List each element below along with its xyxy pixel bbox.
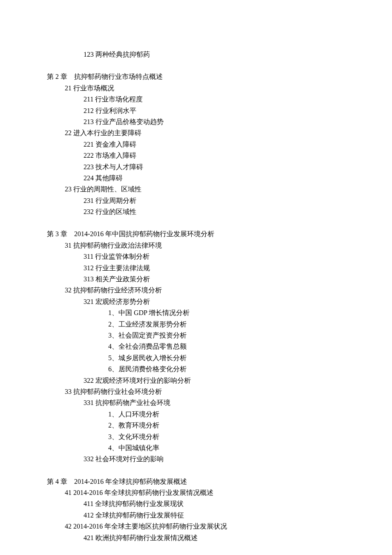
toc-entry: 2、教育环境分析: [47, 420, 345, 431]
table-of-contents: 123 两种经典抗抑郁药第 2 章 抗抑郁药物行业市场特点概述21 行业市场概况…: [47, 49, 345, 543]
toc-entry: 322 宏观经济环境对行业的影响分析: [47, 375, 345, 386]
toc-entry: 212 行业利润水平: [47, 105, 345, 116]
toc-entry: 211 行业市场化程度: [47, 94, 345, 105]
toc-entry: 223 技术与人才障碍: [47, 162, 345, 173]
toc-entry: 213 行业产品价格变动趋势: [47, 116, 345, 127]
toc-entry: 312 行业主要法律法规: [47, 263, 345, 274]
toc-entry: 332 社会环境对行业的影响: [47, 454, 345, 465]
toc-entry: 421 欧洲抗抑郁药物行业发展情况概述: [47, 532, 345, 543]
toc-entry: 23 行业的周期性、区域性: [47, 184, 345, 195]
toc-entry: 123 两种经典抗抑郁药: [47, 49, 345, 60]
toc-chapter-heading: 第 3 章 2014-2016 年中国抗抑郁药物行业发展环境分析: [47, 228, 345, 240]
toc-entry: 33 抗抑郁药物行业社会环境分析: [47, 386, 345, 397]
toc-entry: 411 全球抗抑郁药物行业发展现状: [47, 498, 345, 509]
toc-entry: 331 抗抑郁药物产业社会环境: [47, 397, 345, 408]
toc-entry: 311 行业监管体制分析: [47, 251, 345, 262]
toc-entry: 5、城乡居民收入增长分析: [47, 353, 345, 364]
toc-entry: 221 资金准入障碍: [47, 139, 345, 150]
toc-entry: 232 行业的区域性: [47, 206, 345, 217]
toc-entry: 32 抗抑郁药物行业经济环境分析: [47, 285, 345, 296]
toc-entry: 313 相关产业政策分析: [47, 274, 345, 285]
toc-chapter-heading: 第 4 章 2014-2016 年全球抗抑郁药物发展概述: [47, 476, 345, 487]
toc-entry: 4、全社会消费品零售总额: [47, 341, 345, 352]
toc-entry: 231 行业周期分析: [47, 195, 345, 206]
toc-entry: 2、工业经济发展形势分析: [47, 319, 345, 330]
toc-entry: 3、文化环境分析: [47, 431, 345, 442]
toc-chapter-heading: 第 2 章 抗抑郁药物行业市场特点概述: [47, 71, 345, 82]
toc-entry: 4、中国城镇化率: [47, 442, 345, 454]
toc-entry: 1、人口环境分析: [47, 409, 345, 420]
toc-entry: 22 进入本行业的主要障碍: [47, 127, 345, 139]
toc-entry: 31 抗抑郁药物行业政治法律环境: [47, 240, 345, 251]
toc-entry: 42 2014-2016 年全球主要地区抗抑郁药物行业发展状况: [47, 521, 345, 532]
toc-entry: 1、中国 GDP 增长情况分析: [47, 307, 345, 318]
toc-entry: 321 宏观经济形势分析: [47, 296, 345, 307]
toc-entry: 224 其他障碍: [47, 173, 345, 184]
toc-entry: 21 行业市场概况: [47, 83, 345, 94]
toc-entry: 3、社会固定资产投资分析: [47, 330, 345, 341]
toc-entry: 6、居民消费价格变化分析: [47, 364, 345, 375]
toc-entry: 222 市场准入障碍: [47, 150, 345, 161]
toc-entry: 41 2014-2016 年全球抗抑郁药物行业发展情况概述: [47, 487, 345, 498]
toc-entry: 412 全球抗抑郁药物行业发展特征: [47, 510, 345, 521]
